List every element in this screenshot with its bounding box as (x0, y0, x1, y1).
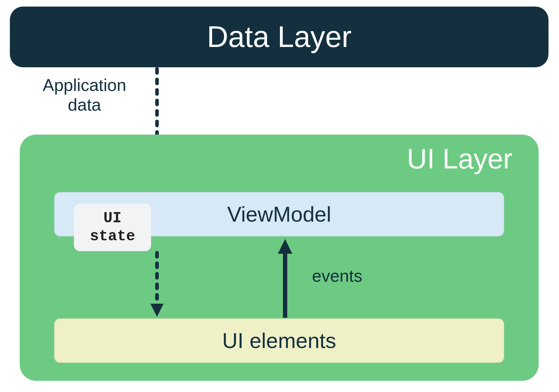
ui-state-box: UI state (74, 204, 151, 251)
events-label: events (312, 266, 362, 286)
ui-elements-label: UI elements (222, 328, 336, 353)
svg-marker-5 (278, 239, 292, 254)
arrow-viewmodel-to-elements-icon (147, 253, 167, 318)
ui-layer-title: UI Layer (407, 143, 512, 175)
ui-elements-box: UI elements (54, 318, 504, 363)
arrow-elements-to-viewmodel-icon (275, 239, 295, 318)
svg-marker-3 (150, 304, 164, 317)
architecture-diagram: Data Layer Application data UI Layer Vie… (0, 0, 559, 392)
data-layer-title: Data Layer (207, 20, 351, 54)
ui-layer-container: UI Layer ViewModel UI state UI elements … (20, 135, 539, 381)
application-data-label: Application data (43, 76, 126, 115)
viewmodel-label: ViewModel (227, 202, 331, 227)
ui-state-label: UI state (90, 209, 135, 245)
data-layer-box: Data Layer (10, 7, 548, 67)
